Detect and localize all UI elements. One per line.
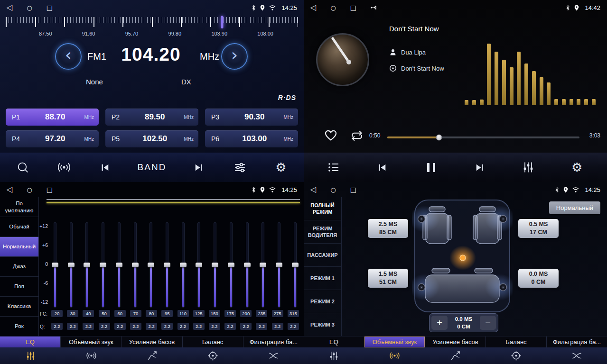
slider-knob[interactable] (244, 263, 251, 267)
eq-band-slider[interactable] (147, 223, 155, 307)
settings-tab[interactable]: EQ (304, 337, 364, 347)
slider-knob[interactable] (116, 263, 122, 267)
playlist-icon[interactable] (325, 161, 342, 174)
slider-knob[interactable] (84, 263, 90, 267)
eq-preset-item[interactable]: Рок (0, 317, 38, 337)
nav-recent-icon[interactable]: □ (47, 4, 53, 11)
bass-boost-tab-icon[interactable] (121, 350, 182, 361)
listening-mode-item[interactable]: ПОЛНЫЙ РЕЖИМ (304, 197, 341, 220)
surround-tab-icon[interactable] (364, 350, 425, 361)
eq-band-slider[interactable] (227, 223, 235, 307)
tune-up-button[interactable]: › (221, 43, 248, 70)
band-button[interactable]: BAND (138, 162, 167, 173)
delay-front-left[interactable]: 2.5 MS 85 CM (368, 219, 408, 238)
slider-knob[interactable] (100, 263, 106, 267)
balance-tab-icon[interactable] (486, 350, 546, 361)
next-track-icon[interactable] (190, 161, 207, 174)
preset-button[interactable]: P3 90.30 MHz (205, 109, 298, 126)
slider-knob[interactable] (164, 263, 170, 267)
preset-button[interactable]: P1 88.70 MHz (6, 109, 99, 126)
slider-knob[interactable] (148, 263, 154, 267)
slider-knob[interactable] (276, 263, 282, 267)
preset-button[interactable]: P2 89.50 MHz (105, 109, 198, 126)
preset-button[interactable]: P5 102.50 MHz (105, 130, 198, 147)
nav-back-icon[interactable]: ◁ (310, 186, 316, 193)
listening-mode-item[interactable]: РЕЖИМ ВОДИТЕЛЯ (304, 220, 341, 244)
eq-band-slider[interactable] (51, 223, 59, 307)
eq-band-slider[interactable] (67, 223, 75, 307)
settings-gear-icon[interactable]: ⚙ (569, 161, 586, 173)
delay-front-right[interactable]: 0.5 MS 17 CM (518, 219, 559, 238)
preset-button[interactable]: P6 103.00 MHz (205, 130, 298, 147)
previous-track-icon[interactable] (374, 161, 391, 174)
field-preset-button[interactable]: Нормальный (549, 201, 600, 214)
nav-recent-icon[interactable]: □ (350, 186, 356, 193)
settings-tab[interactable]: Объёмный звук (61, 337, 121, 347)
nav-home-icon[interactable]: ○ (27, 5, 32, 11)
eq-band-slider[interactable] (259, 223, 267, 307)
settings-gear-icon[interactable]: ⚙ (272, 161, 289, 173)
balance-tab-icon[interactable] (182, 350, 243, 361)
eq-band-slider[interactable] (131, 223, 139, 307)
eq-band-slider[interactable] (163, 223, 171, 307)
eq-preset-item[interactable]: По умолчанию (0, 197, 38, 217)
settings-tab[interactable]: Объёмный звук (364, 337, 425, 347)
eq-band-slider[interactable] (291, 223, 299, 307)
listening-mode-item[interactable]: РЕЖИМ 2 (304, 290, 341, 313)
delay-rear-left[interactable]: 1.5 MS 51 CM (368, 269, 408, 288)
delay-increase-button[interactable]: + (431, 316, 448, 330)
eq-preset-item[interactable]: Обычай (0, 217, 38, 237)
tune-settings-icon[interactable] (231, 161, 248, 174)
settings-tab[interactable]: Фильтрация ба... (243, 337, 304, 347)
favorite-heart-icon[interactable] (324, 128, 338, 143)
nav-recent-icon[interactable]: □ (350, 4, 356, 11)
delay-rear-right[interactable]: 0.0 MS 0 CM (518, 269, 559, 288)
listening-mode-item[interactable]: РЕЖИМ 1 (304, 267, 341, 290)
slider-knob[interactable] (196, 263, 202, 267)
slider-knob[interactable] (132, 263, 139, 267)
slider-knob[interactable] (52, 263, 58, 267)
settings-tab[interactable]: Баланс (486, 337, 547, 347)
eq-preset-item[interactable]: Поп (0, 277, 38, 297)
settings-tab[interactable]: EQ (0, 337, 61, 347)
eq-band-slider[interactable] (243, 223, 251, 307)
eq-band-slider[interactable] (211, 223, 219, 307)
nav-home-icon[interactable]: ○ (330, 187, 336, 193)
eq-preset-item[interactable]: Джаз (0, 257, 38, 277)
settings-tab[interactable]: Фильтрация ба... (547, 337, 607, 347)
delay-decrease-button[interactable]: − (480, 316, 496, 330)
bass-boost-tab-icon[interactable] (425, 350, 486, 361)
slider-knob[interactable] (212, 263, 218, 267)
surround-tab-icon[interactable] (61, 350, 121, 361)
repeat-icon[interactable] (350, 130, 364, 144)
progress-knob[interactable] (436, 135, 442, 141)
broadcast-icon[interactable] (56, 160, 73, 174)
pause-icon[interactable] (422, 163, 439, 172)
next-track-icon[interactable] (471, 161, 488, 174)
slider-knob[interactable] (180, 263, 187, 267)
eq-preset-item[interactable]: Классика (0, 297, 38, 317)
settings-tab[interactable]: Усиление басов (425, 337, 486, 347)
settings-tab[interactable]: Баланс (183, 337, 243, 347)
eq-band-slider[interactable] (275, 223, 283, 307)
eq-preset-item[interactable]: Нормальный (0, 237, 38, 257)
filter-tab-icon[interactable] (243, 350, 304, 361)
eq-band-slider[interactable] (83, 223, 91, 307)
previous-track-icon[interactable] (96, 161, 113, 174)
nav-home-icon[interactable]: ○ (27, 187, 32, 193)
eq-tab-icon[interactable] (0, 350, 61, 361)
slider-knob[interactable] (292, 263, 299, 267)
nav-back-icon[interactable]: ◁ (7, 186, 12, 193)
slider-knob[interactable] (68, 263, 75, 267)
mixer-icon[interactable] (520, 161, 537, 174)
slider-knob[interactable] (260, 263, 266, 267)
nav-back-icon[interactable]: ◁ (7, 4, 12, 11)
eq-tab-icon[interactable] (304, 350, 364, 361)
nav-home-icon[interactable]: ○ (330, 5, 336, 11)
listening-mode-item[interactable]: РЕЖИМ 3 (304, 313, 341, 337)
preset-button[interactable]: P4 97.20 MHz (6, 130, 99, 147)
tune-down-button[interactable]: ‹ (55, 43, 82, 70)
scan-icon[interactable] (14, 161, 31, 174)
eq-band-slider[interactable] (115, 223, 123, 307)
listening-mode-item[interactable]: ПАССАЖИР (304, 244, 341, 267)
